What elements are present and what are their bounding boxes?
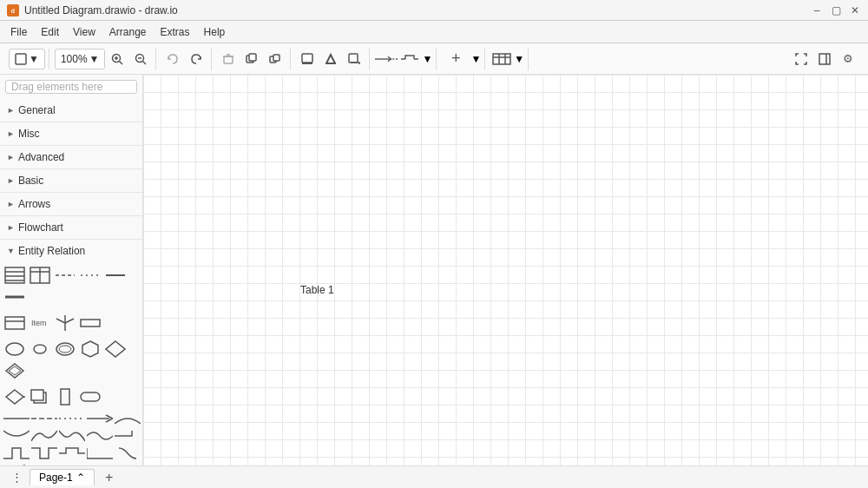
section-misc-header[interactable]: ► Misc xyxy=(0,122,142,145)
toolbar-history-group xyxy=(158,48,212,70)
entity-lines-row3 xyxy=(0,445,142,462)
section-advanced-label: Advanced xyxy=(18,151,64,163)
line-lshape[interactable] xyxy=(115,429,141,443)
svg-rect-29 xyxy=(819,54,830,64)
section-entity-relation-header[interactable]: ▼ Entity Relation xyxy=(0,240,142,262)
minimize-button[interactable]: – xyxy=(811,4,823,16)
duplicate-button[interactable] xyxy=(240,48,263,70)
section-basic: ► Basic xyxy=(0,169,142,193)
shape-bold-line[interactable] xyxy=(3,287,26,307)
menu-arrange[interactable]: Arrange xyxy=(102,24,154,40)
shape-dbl-ellipse[interactable] xyxy=(54,340,76,359)
fullscreen-button[interactable] xyxy=(790,48,812,70)
zoom-selector[interactable]: 100% ▼ xyxy=(55,49,106,69)
section-misc: ► Misc xyxy=(0,122,142,146)
toolbar-view-group: ⚙ xyxy=(786,48,863,70)
line-dashed-1[interactable] xyxy=(31,412,57,425)
insert-button[interactable]: + xyxy=(442,48,470,70)
maximize-button[interactable]: ▢ xyxy=(830,4,842,16)
line-s1[interactable] xyxy=(3,446,30,460)
line-dotted-1[interactable] xyxy=(59,412,85,425)
shape-rounded-rect[interactable] xyxy=(79,387,102,406)
shape-fork[interactable] xyxy=(54,313,76,333)
section-basic-label: Basic xyxy=(18,175,43,187)
line-arrow-1[interactable] xyxy=(87,412,113,425)
page-tab[interactable]: Page-1 ⌃ xyxy=(30,469,95,485)
close-button[interactable]: ✕ xyxy=(849,4,861,16)
shape-solid-line[interactable] xyxy=(104,266,127,285)
line-s5[interactable] xyxy=(115,446,141,460)
shape-selector[interactable]: ▼ xyxy=(9,49,45,69)
section-general-header[interactable]: ► General xyxy=(0,99,142,122)
waypoint-button[interactable] xyxy=(398,48,421,70)
format-panel-button[interactable] xyxy=(813,48,836,70)
line-curve-2[interactable] xyxy=(3,429,30,443)
stroke-color-button[interactable] xyxy=(319,48,342,70)
menu-help[interactable]: Help xyxy=(197,24,233,40)
zoom-out-button[interactable] xyxy=(129,48,152,70)
section-flowchart-header[interactable]: ► Flowchart xyxy=(0,216,142,239)
line-s3[interactable] xyxy=(59,446,85,460)
section-general-label: General xyxy=(18,104,56,116)
fill-color-button[interactable] xyxy=(296,48,319,70)
shape-entity-text[interactable]: Item xyxy=(29,313,51,333)
connection-button[interactable] xyxy=(375,48,398,70)
shape-entity-box[interactable] xyxy=(3,313,26,333)
page-menu-button[interactable]: ⋮ xyxy=(7,468,26,487)
menu-file[interactable]: File xyxy=(3,24,34,40)
menu-extras[interactable]: Extras xyxy=(154,24,197,40)
line-solid-1[interactable] xyxy=(3,412,30,425)
svg-rect-10 xyxy=(224,56,233,63)
shape-short-dashes[interactable] xyxy=(79,266,102,285)
canvas[interactable]: Table PK UniqueID Row 1 Row 2 Row 3 Tabl… xyxy=(143,75,868,465)
menu-view[interactable]: View xyxy=(66,24,102,40)
line-curve-5[interactable] xyxy=(87,429,113,443)
zoom-in-button[interactable] xyxy=(106,48,128,70)
shadow-button[interactable] xyxy=(343,48,365,70)
add-page-button[interactable]: + xyxy=(98,466,121,489)
line-s2[interactable] xyxy=(31,446,57,460)
toolbar-insert-group: + ▼ xyxy=(438,48,485,70)
settings-button[interactable]: ⚙ xyxy=(837,48,859,70)
svg-point-49 xyxy=(6,343,23,355)
redo-button[interactable] xyxy=(185,48,207,70)
chevron-right-icon: ► xyxy=(7,153,15,162)
section-arrows-header[interactable]: ► Arrows xyxy=(0,193,142,215)
shape-wide-rect[interactable] xyxy=(79,313,102,333)
shape-hexagon[interactable] xyxy=(79,340,102,359)
svg-rect-2 xyxy=(16,54,26,64)
menu-edit[interactable]: Edit xyxy=(34,24,66,40)
svg-rect-16 xyxy=(273,55,279,61)
line-curve-4[interactable] xyxy=(59,429,85,443)
shape-arrow-diamond[interactable] xyxy=(3,387,26,406)
shape-table-2col[interactable] xyxy=(29,266,51,285)
shape-small-ellipse[interactable] xyxy=(29,340,51,359)
shape-double-diamond[interactable] xyxy=(3,361,26,380)
window-controls[interactable]: – ▢ ✕ xyxy=(811,4,861,16)
section-advanced: ► Advanced xyxy=(0,146,142,169)
section-basic-header[interactable]: ► Basic xyxy=(0,169,142,192)
shape-diamond[interactable] xyxy=(104,340,127,359)
shape-tall-rect[interactable] xyxy=(54,387,76,406)
entity-shapes-row4 xyxy=(0,384,142,410)
shape-dashed-line[interactable] xyxy=(54,266,76,285)
svg-marker-54 xyxy=(106,341,125,357)
shape-multi-rect[interactable] xyxy=(29,387,51,406)
shape-ellipse[interactable] xyxy=(3,340,26,359)
tofront-button[interactable] xyxy=(264,48,286,70)
line-curved-1[interactable] xyxy=(115,412,141,425)
menubar: File Edit View Arrange Extras Help xyxy=(0,21,868,43)
page-tab-label: Page-1 xyxy=(39,472,73,484)
section-misc-label: Misc xyxy=(18,128,40,140)
line-s4[interactable] xyxy=(87,446,113,460)
entity-shapes-row2: Item xyxy=(0,310,142,336)
svg-text:Item: Item xyxy=(31,319,47,327)
table-button[interactable] xyxy=(490,48,513,70)
shapes-search[interactable]: Drag elements here xyxy=(5,80,137,94)
toolbar-edit-group xyxy=(214,48,291,70)
line-curve-3[interactable] xyxy=(31,429,57,443)
shape-table[interactable] xyxy=(3,266,26,285)
undo-button[interactable] xyxy=(161,48,184,70)
delete-button[interactable] xyxy=(217,48,240,70)
section-advanced-header[interactable]: ► Advanced xyxy=(0,146,142,168)
